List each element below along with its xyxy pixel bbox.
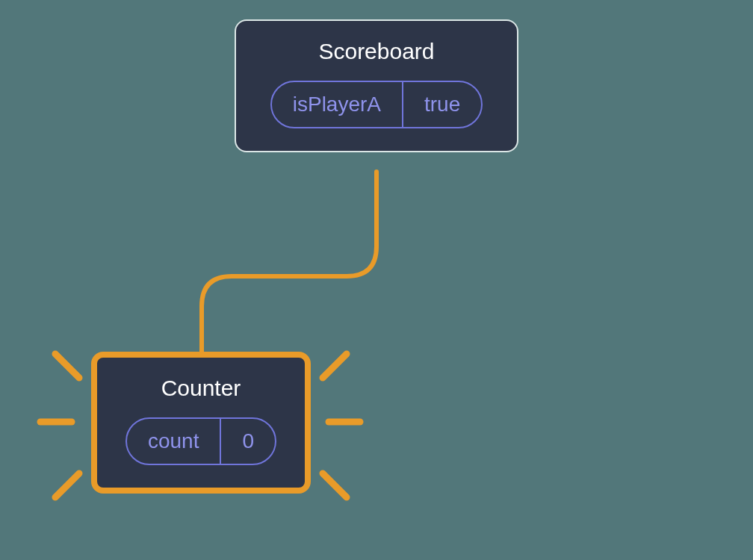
sparkle-icon — [45, 463, 90, 508]
svg-line-2 — [55, 473, 79, 497]
node-scoreboard: Scoreboard isPlayerA true — [235, 19, 518, 152]
sparkle-icon — [312, 463, 357, 508]
state-pill-scoreboard: isPlayerA true — [270, 81, 483, 128]
state-key: count — [127, 419, 222, 464]
svg-line-5 — [323, 473, 347, 497]
sparkle-icon — [323, 411, 368, 433]
node-counter-title: Counter — [161, 376, 241, 401]
sparkle-icon — [45, 343, 90, 388]
svg-line-3 — [323, 354, 347, 378]
sparkle-icon — [33, 411, 78, 433]
node-counter: Counter count 0 — [91, 352, 311, 494]
sparkle-icon — [312, 343, 357, 388]
state-key: isPlayerA — [272, 82, 403, 127]
state-pill-counter: count 0 — [126, 417, 276, 465]
svg-line-0 — [55, 354, 79, 378]
state-value: 0 — [221, 419, 275, 464]
node-scoreboard-title: Scoreboard — [318, 39, 434, 64]
state-value: true — [403, 82, 481, 127]
